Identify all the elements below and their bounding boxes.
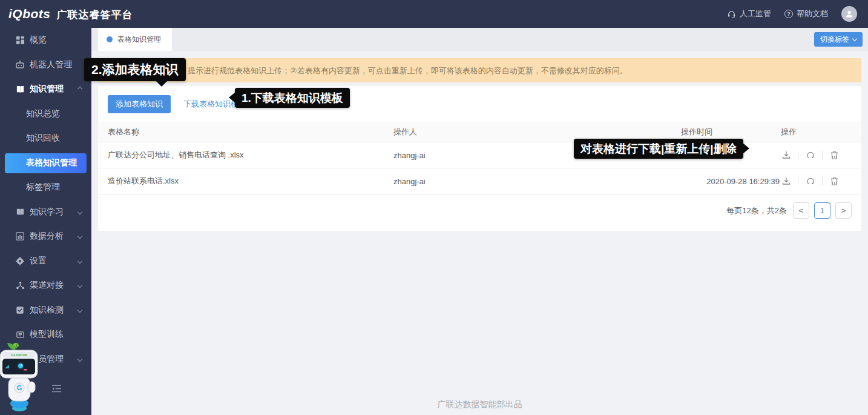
sidebar-item-settings[interactable]: 设置 [0,249,91,274]
delete-icon[interactable] [829,176,840,187]
sidebar-item-label: 知识管理 [30,84,64,95]
notice-alert: 提示进行规范表格知识上传；②若表格有内容更新，可点击重新上传，即可将该表格的内容… [98,58,861,82]
knowledge-icon [15,84,25,94]
gear-icon [15,256,25,266]
column-header-operator: 操作人 [393,127,681,138]
sidebar-item-label: 设置 [30,256,47,267]
chevron-down-icon [77,308,82,313]
main-area: 表格知识管理 切换标签 提示进行规范表格知识上传；②若表格有内容更新，可点击重新… [91,28,868,415]
logo: iQbots 广联达睿答平台 [8,7,133,22]
manual-supervision-link[interactable]: 人工监管 [727,8,771,19]
svg-text:G: G [17,384,22,391]
chevron-down-icon [77,357,82,362]
glodon-mascot[interactable]: G GLODON [0,332,39,412]
sidebar-item-label: 概览 [30,35,47,45]
sidebar-item-data-analytics[interactable]: 数据分析 [0,224,91,249]
pagination-next-button[interactable]: > [835,202,852,219]
callout-step1-download-template: 1.下载表格知识模板 [235,88,350,108]
sidebar-item-overview[interactable]: 概览 [0,28,91,53]
tab-label: 表格知识管理 [117,35,161,45]
sidebar-collapse-icon[interactable] [51,384,62,396]
chevron-down-icon [77,259,82,264]
tab-table-knowledge-management[interactable]: 表格知识管理 [98,28,172,51]
column-header-time: 操作时间 [681,127,781,138]
pagination-prev-button[interactable]: < [793,202,809,219]
sidebar-item-knowledge-learning[interactable]: 知识学习 [0,200,91,225]
download-icon[interactable] [781,150,791,161]
sidebar-subitem-label: 知识总览 [26,108,60,119]
footer: 广联达数据智能部出品 [91,399,868,410]
callout-text: 对表格进行下载|重新上传|删除 [580,141,737,157]
callout-text: 1.下载表格知识模板 [242,90,343,106]
help-docs-link[interactable]: ? 帮助文档 [784,8,828,19]
callout-pointer-left [229,92,235,103]
chevron-up-icon [77,87,82,91]
headset-icon [727,10,736,19]
switch-tag-button[interactable]: 切换标签 [814,32,863,47]
sidebar-subitem-knowledge-recycle[interactable]: 知识回收 [0,126,91,151]
channel-icon [15,281,25,290]
callout-step2-add-table-knowledge: 2.添加表格知识 [84,58,186,81]
knowledge-table: 表格名称 操作人 操作时间 操作 广联达分公司地址、销售电话查询 .xlsx z… [98,122,861,194]
top-header: iQbots 广联达睿答平台 人工监管 ? 帮助文档 [0,0,868,28]
sidebar-subitem-tag-management[interactable]: 标签管理 [0,175,91,200]
cell-table-name: 造价站联系电话.xlsx [98,176,393,187]
table-card: 添加表格知识 下载表格知识模板 表格名称 操作人 操作时间 操作 广联达分公司地… [98,86,861,231]
platform-title: 广联达睿答平台 [57,8,133,22]
logo-iqbots: iQbots [8,7,51,21]
chevron-down-icon [77,234,82,239]
add-table-knowledge-button[interactable]: 添加表格知识 [108,95,171,113]
tab-active-dot-icon [107,36,113,42]
pagination-summary: 每页12条，共2条 [726,205,787,216]
pagination: 每页12条，共2条 < 1 > [98,194,861,225]
header-right: 人工监管 ? 帮助文档 [727,6,857,22]
callout-pointer-right [743,143,749,154]
user-avatar[interactable] [841,6,857,22]
content: 提示进行规范表格知识上传；②若表格有内容更新，可点击重新上传，即可将该表格的内容… [91,51,868,231]
mascot-brand-label: GLODON [11,353,27,357]
learning-icon [15,207,25,217]
reupload-icon[interactable] [805,176,815,187]
manual-supervision-label: 人工监管 [740,8,771,19]
chevron-down-icon [77,210,82,214]
divider [798,151,798,159]
column-header-actions: 操作 [781,127,861,138]
sidebar-item-knowledge-management[interactable]: 知识管理 [0,77,91,102]
robot-icon [15,60,25,70]
sidebar-item-label: 知识检测 [30,305,64,316]
sidebar-subitem-table-knowledge-management[interactable]: 表格知识管理 [5,153,87,173]
delete-icon[interactable] [829,150,840,161]
switch-tag-label: 切换标签 [820,35,849,45]
sidebar-item-label: 知识学习 [30,207,64,217]
chevron-down-icon [77,283,82,288]
table-header-row: 表格名称 操作人 操作时间 操作 [98,122,861,142]
sidebar-item-label: 渠道对接 [30,280,64,291]
reupload-icon[interactable] [805,150,815,161]
chevron-down-icon [852,36,857,41]
callout-row-actions-hint: 对表格进行下载|重新上传|删除 [574,139,743,159]
app-root: iQbots 广联达睿答平台 人工监管 ? 帮助文档 概览 [0,0,868,415]
sidebar-item-knowledge-detection[interactable]: 知识检测 [0,298,91,323]
divider [798,177,798,185]
pagination-page-1-button[interactable]: 1 [814,202,830,219]
sidebar-item-robot-management[interactable]: 机器人管理 [0,53,91,78]
question-circle-icon: ? [784,10,793,18]
sidebar-subitem-knowledge-overview[interactable]: 知识总览 [0,102,91,127]
sidebar-subitem-label: 表格知识管理 [26,158,77,168]
callout-text: 2.添加表格知识 [91,61,179,78]
toolbar: 添加表格知识 下载表格知识模板 [98,86,861,122]
detection-icon [15,305,25,315]
sidebar-item-label: 数据分析 [30,231,64,242]
help-docs-label: 帮助文档 [797,8,828,19]
sidebar-item-channel-integration[interactable]: 渠道对接 [0,273,91,298]
cell-actions [781,150,861,161]
table-row: 造价站联系电话.xlsx zhangj-ai 2020-09-28 16:29:… [98,168,861,194]
divider [822,177,823,185]
person-icon [844,9,854,19]
column-header-name: 表格名称 [98,127,393,138]
download-icon[interactable] [781,176,791,187]
dashboard-icon [15,35,25,45]
cell-operator: zhangj-ai [393,177,681,186]
sidebar-subitem-label: 知识回收 [26,133,60,144]
sidebar-item-label: 机器人管理 [30,59,72,70]
